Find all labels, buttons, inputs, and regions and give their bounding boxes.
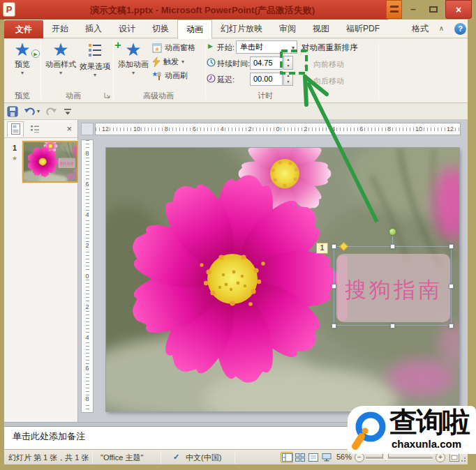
group-label-animation: 动画 [42,91,105,101]
start-label: 开始: [217,43,235,53]
ruler-number: 12 [446,126,454,132]
tab-insert[interactable]: 插入 [77,20,110,38]
trigger-caret-icon: ▾ [181,59,184,65]
duration-clock-icon [207,58,216,67]
tab-slideshow[interactable]: 幻灯片放映 [212,20,271,38]
normal-view-icon [282,453,292,462]
outline-tab-icon [30,124,40,134]
textbox-selection-frame[interactable] [334,246,452,326]
powerpoint-app-icon[interactable]: P [3,2,15,17]
slides-tab[interactable] [7,121,24,137]
outline-tab[interactable] [27,121,43,137]
ribbon: ★▶ 预览 ▾ 预览 ★ 动画样式 ▾ 效果选项 ▾ 动画 [0,38,476,103]
duration-spin-down-icon[interactable]: ▼ [284,63,292,69]
animation-styles-button[interactable]: ★ 动画样式 ▾ [43,40,78,89]
redo-icon[interactable] [45,106,57,116]
slide-sorter-view-button[interactable] [294,452,306,463]
tab-review[interactable]: 审阅 [271,20,304,38]
delay-clock-icon [207,74,216,83]
slideshow-view-button[interactable] [320,452,333,463]
zoom-percentage[interactable]: 56% [336,453,352,461]
animation-painter-button[interactable]: 动画刷 [152,69,188,82]
save-icon[interactable] [7,106,18,117]
close-panel-icon[interactable]: × [66,123,72,134]
add-animation-button[interactable]: ★+ 添加动画 ▾ [116,40,151,89]
delay-input[interactable]: 00.00 [250,73,283,86]
trigger-button[interactable]: 触发 ▾ [152,55,184,68]
undo-button[interactable]: ▾ [24,106,40,116]
animation-pane-label: 动画窗格 [165,43,195,53]
duration-spin-up-icon[interactable]: ▲ [284,56,292,63]
delay-spin-down-icon[interactable]: ▼ [284,79,292,85]
close-button[interactable]: × [445,0,472,19]
ruler-number: 4 [220,126,225,132]
ruler-number: 8 [164,126,169,132]
notes-placeholder: 单击此处添加备注 [13,430,85,443]
tab-foxit-pdf[interactable]: 福昕PDF [338,20,388,38]
ruler-number: 6 [84,365,89,372]
screenshot-tool-icon[interactable] [386,0,402,19]
resize-handle-top-center[interactable] [390,244,395,249]
start-value: 单击时 [240,43,263,51]
effect-options-button[interactable]: 效果选项 ▾ [78,40,112,89]
reading-view-button[interactable] [307,452,320,463]
undo-icon [24,106,36,116]
rotation-handle[interactable] [389,228,396,236]
slide-canvas[interactable]: 1 [106,148,459,411]
slideshow-icon [322,453,332,462]
start-dropdown[interactable]: 单击时 ▾ [236,40,297,54]
preview-button[interactable]: ★▶ 预览 ▾ [6,40,39,89]
tab-file[interactable]: 文件 [4,20,43,38]
resize-handle-top-right[interactable] [449,244,454,249]
resize-handle-mid-left[interactable] [332,284,336,289]
resize-handle-bottom-center[interactable] [390,324,395,328]
animation-pane-button[interactable]: 动画窗格 [152,41,195,54]
maximize-button[interactable] [423,0,444,19]
tab-transitions[interactable]: 切换 [144,20,177,38]
tab-home[interactable]: 开始 [43,20,77,38]
delay-spinner[interactable]: ▲ ▼ [283,72,293,86]
ruler-number: 2 [248,126,253,132]
tab-view[interactable]: 视图 [304,20,338,38]
customize-toolbar-icon[interactable] [63,107,73,116]
quick-access-toolbar: ▾ [0,103,476,120]
delay-spin-up-icon[interactable]: ▲ [284,73,292,79]
tab-animations[interactable]: 动画 [177,20,212,39]
theme-status[interactable]: "Office 主题" [101,453,143,463]
animation-style-star-icon: ★ [43,40,78,59]
resize-handle-top-left[interactable] [332,244,336,249]
zoom-out-button[interactable]: − [355,453,364,462]
preview-label: 预览 [6,59,39,70]
tab-design[interactable]: 设计 [110,20,144,38]
ruler-number: 10 [415,126,423,132]
animation-painter-label: 动画刷 [165,70,188,81]
language-status[interactable]: 中文(中国) [186,453,221,463]
move-later-button[interactable]: ▼ 向后移动 [303,76,344,86]
animation-dialog-launcher[interactable] [104,92,111,99]
tab-list: 开始 插入 设计 切换 动画 幻灯片放映 审阅 视图 福昕PDF 格式 [43,20,437,38]
move-earlier-button[interactable]: ▲ 向前移动 [303,59,344,70]
duration-spinner[interactable]: ▲ ▼ [283,56,293,70]
resize-handle-bottom-right[interactable] [449,324,454,328]
duration-input[interactable]: 04.75 [250,56,283,70]
resize-handle-bottom-left[interactable] [332,324,336,328]
collapse-ribbon-button[interactable]: ∧ [439,24,444,32]
slide-thumbnail[interactable] [22,141,78,183]
zoom-slider-track[interactable] [366,457,433,459]
minimize-button[interactable]: – [403,0,423,19]
fit-to-window-button[interactable] [449,453,459,462]
resize-handle-mid-right[interactable] [449,284,454,289]
ruler-number: 2 [84,242,89,249]
spellcheck-icon[interactable]: ✓ [173,453,179,462]
effect-options-caret-icon: ▾ [78,72,112,78]
help-button[interactable]: ? [454,23,466,35]
move-earlier-label: 向前移动 [313,59,344,70]
ruler-number: 6 [192,126,197,132]
zoom-in-button[interactable]: + [436,453,445,462]
slides-panel-tabs: × [4,120,77,138]
resize-grip[interactable] [461,457,466,462]
tab-format[interactable]: 格式 [403,20,437,38]
animation-order-badge[interactable]: 1 [316,243,328,254]
ruler-number: 2 [84,303,89,310]
normal-view-button[interactable] [281,452,293,463]
